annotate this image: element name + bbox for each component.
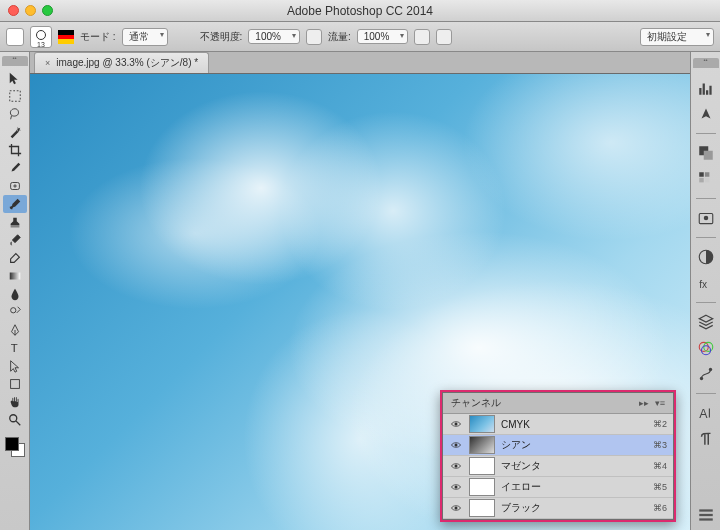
marquee-tool[interactable] bbox=[3, 87, 27, 105]
color-icon[interactable] bbox=[697, 144, 715, 162]
flow-label: 流量: bbox=[328, 30, 351, 44]
svg-point-28 bbox=[455, 465, 458, 468]
channel-thumbnail bbox=[469, 457, 495, 475]
eyedropper-tool[interactable] bbox=[3, 159, 27, 177]
type-tool[interactable]: T bbox=[3, 339, 27, 357]
brush-tool[interactable] bbox=[3, 195, 27, 213]
app-title: Adobe Photoshop CC 2014 bbox=[0, 4, 720, 18]
heal-tool[interactable] bbox=[3, 177, 27, 195]
styles-icon[interactable]: fx bbox=[697, 274, 715, 292]
channel-name: シアン bbox=[501, 438, 647, 452]
close-tab-icon[interactable]: × bbox=[45, 58, 50, 68]
shape-tool[interactable] bbox=[3, 375, 27, 393]
svg-rect-5 bbox=[10, 380, 19, 389]
visibility-icon[interactable] bbox=[449, 438, 463, 452]
size-pressure-icon[interactable] bbox=[436, 29, 452, 45]
flow-input[interactable]: 100% bbox=[357, 29, 409, 44]
channel-thumbnail bbox=[469, 499, 495, 517]
navigator-icon[interactable] bbox=[697, 105, 715, 123]
hand-tool[interactable] bbox=[3, 393, 27, 411]
visibility-icon[interactable] bbox=[449, 459, 463, 473]
blur-tool[interactable] bbox=[3, 285, 27, 303]
zoom-tool[interactable] bbox=[3, 411, 27, 429]
channel-name: ブラック bbox=[501, 501, 647, 515]
channel-row-cyan[interactable]: シアン ⌘3 bbox=[443, 435, 673, 456]
title-bar: Adobe Photoshop CC 2014 bbox=[0, 0, 720, 22]
options-bar: モード : 通常 不透明度: 100% 流量: 100% 初期設定 bbox=[0, 22, 720, 52]
channel-thumbnail bbox=[469, 478, 495, 496]
channel-row-magenta[interactable]: マゼンタ ⌘4 bbox=[443, 456, 673, 477]
tools-grip[interactable] bbox=[2, 56, 28, 66]
channels-panel: チャンネル ▸▸ ▾≡ CMYK ⌘2 シアン ⌘3 マゼンタ ⌘4 イエロー … bbox=[440, 390, 676, 522]
opacity-pressure-icon[interactable] bbox=[306, 29, 322, 45]
stamp-tool[interactable] bbox=[3, 213, 27, 231]
svg-rect-23 bbox=[699, 509, 713, 511]
channel-name: マゼンタ bbox=[501, 459, 647, 473]
svg-text:fx: fx bbox=[699, 279, 707, 290]
channel-row-black[interactable]: ブラック ⌘6 bbox=[443, 498, 673, 519]
color-swatches[interactable] bbox=[3, 435, 27, 459]
channel-name: CMYK bbox=[501, 419, 647, 430]
svg-rect-10 bbox=[704, 172, 709, 177]
brush-panel-icon[interactable] bbox=[58, 30, 74, 44]
brush-preset-icon[interactable] bbox=[6, 28, 24, 46]
layers-icon[interactable] bbox=[697, 313, 715, 331]
document-tabs: × image.jpg @ 33.3% (シアン/8) * bbox=[30, 52, 690, 74]
move-tool[interactable] bbox=[3, 69, 27, 87]
dock-grip[interactable] bbox=[693, 58, 719, 68]
svg-text:T: T bbox=[10, 342, 17, 354]
lasso-tool[interactable] bbox=[3, 105, 27, 123]
history-brush-tool[interactable] bbox=[3, 231, 27, 249]
libraries-icon[interactable] bbox=[697, 209, 715, 227]
mode-label: モード : bbox=[80, 30, 116, 44]
channels-icon[interactable] bbox=[697, 339, 715, 357]
channel-shortcut: ⌘3 bbox=[653, 440, 667, 450]
svg-point-26 bbox=[455, 423, 458, 426]
svg-rect-9 bbox=[699, 172, 704, 177]
visibility-icon[interactable] bbox=[449, 417, 463, 431]
pen-tool[interactable] bbox=[3, 321, 27, 339]
svg-rect-0 bbox=[9, 91, 20, 102]
gradient-tool[interactable] bbox=[3, 267, 27, 285]
character-icon[interactable]: A bbox=[697, 404, 715, 422]
svg-point-29 bbox=[455, 486, 458, 489]
crop-tool[interactable] bbox=[3, 141, 27, 159]
svg-rect-11 bbox=[699, 178, 704, 183]
svg-point-27 bbox=[455, 444, 458, 447]
svg-point-3 bbox=[10, 308, 15, 313]
eraser-tool[interactable] bbox=[3, 249, 27, 267]
svg-rect-25 bbox=[699, 518, 713, 520]
wand-tool[interactable] bbox=[3, 123, 27, 141]
adjustments-icon[interactable] bbox=[697, 248, 715, 266]
channel-name: イエロー bbox=[501, 480, 647, 494]
channel-row-yellow[interactable]: イエロー ⌘5 bbox=[443, 477, 673, 498]
dodge-tool[interactable] bbox=[3, 303, 27, 321]
channels-panel-title: チャンネル bbox=[451, 396, 501, 410]
svg-text:A: A bbox=[699, 407, 708, 421]
panel-collapse-icon[interactable]: ▸▸ bbox=[639, 398, 649, 408]
mode-select[interactable]: 通常 bbox=[122, 28, 168, 46]
panel-menu-icon[interactable]: ▾≡ bbox=[655, 398, 665, 408]
svg-rect-12 bbox=[704, 178, 709, 183]
path-select-tool[interactable] bbox=[3, 357, 27, 375]
right-dock: fx A bbox=[690, 52, 720, 530]
visibility-icon[interactable] bbox=[449, 480, 463, 494]
svg-point-30 bbox=[455, 507, 458, 510]
channel-row-cmyk[interactable]: CMYK ⌘2 bbox=[443, 414, 673, 435]
document-tab[interactable]: × image.jpg @ 33.3% (シアン/8) * bbox=[34, 52, 209, 73]
opacity-label: 不透明度: bbox=[200, 30, 243, 44]
paragraph-icon[interactable] bbox=[697, 430, 715, 448]
channels-panel-header[interactable]: チャンネル ▸▸ ▾≡ bbox=[443, 393, 673, 414]
channel-shortcut: ⌘4 bbox=[653, 461, 667, 471]
collapse-dock-icon[interactable] bbox=[697, 506, 715, 524]
brush-size-picker[interactable] bbox=[30, 26, 52, 48]
svg-rect-2 bbox=[9, 273, 20, 280]
workspace-select[interactable]: 初期設定 bbox=[640, 28, 714, 46]
swatches-icon[interactable] bbox=[697, 170, 715, 188]
channel-shortcut: ⌘5 bbox=[653, 482, 667, 492]
histogram-icon[interactable] bbox=[697, 79, 715, 97]
airbrush-icon[interactable] bbox=[414, 29, 430, 45]
opacity-input[interactable]: 100% bbox=[248, 29, 300, 44]
paths-icon[interactable] bbox=[697, 365, 715, 383]
visibility-icon[interactable] bbox=[449, 501, 463, 515]
